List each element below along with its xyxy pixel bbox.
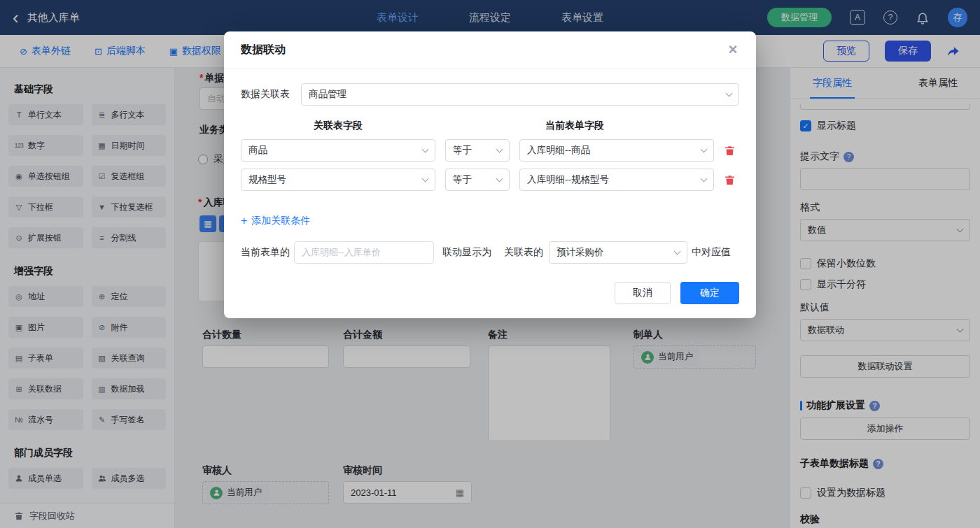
modal-title: 数据联动 — [241, 43, 286, 57]
modal-header: 数据联动 × — [224, 31, 756, 69]
current-form-field-input[interactable] — [294, 241, 434, 264]
delete-condition-icon[interactable] — [724, 174, 736, 186]
linkage-mapping-row: 当前表单的 联动显示为 关联表的 预计采购价 中对应值 — [241, 241, 739, 264]
chevron-down-icon — [674, 248, 681, 255]
close-icon[interactable]: × — [724, 40, 742, 59]
operator-select-1[interactable]: 等于 — [445, 169, 510, 191]
related-field-select-0[interactable]: 商品 — [241, 139, 435, 162]
related-table-label: 数据关联表 — [241, 88, 290, 101]
operator-value: 等于 — [453, 173, 472, 186]
operator-select-0[interactable]: 等于 — [445, 139, 510, 162]
related-table-row: 数据关联表 商品管理 — [241, 83, 739, 106]
modal-body: 数据关联表 商品管理 关联表字段 当前表单字段 商品 等于 — [224, 69, 756, 304]
modal-footer: 取消 确定 — [241, 282, 739, 304]
chevron-down-icon — [701, 146, 708, 153]
value-suffix-label: 中对应值 — [692, 246, 731, 259]
related-field-value: 规格型号 — [248, 173, 286, 186]
chevron-down-icon — [496, 146, 503, 153]
related-table-value: 商品管理 — [309, 88, 346, 101]
confirm-button[interactable]: 确定 — [680, 282, 739, 304]
operator-value: 等于 — [453, 144, 472, 157]
current-form-column-header: 当前表单字段 — [477, 120, 672, 132]
related-field-select-1[interactable]: 规格型号 — [241, 169, 435, 191]
form-field-value: 入库明细--规格型号 — [527, 173, 609, 186]
condition-row: 规格型号 等于 入库明细--规格型号 — [241, 169, 739, 191]
related-field-value: 商品 — [248, 144, 267, 157]
chevron-down-icon — [422, 146, 429, 153]
condition-row: 商品 等于 入库明细--商品 — [241, 139, 739, 162]
display-as-label: 联动显示为 — [442, 246, 491, 259]
add-condition-link[interactable]: + 添加关联条件 — [241, 215, 310, 227]
delete-condition-icon[interactable] — [724, 145, 736, 157]
add-condition-label: 添加关联条件 — [251, 215, 310, 227]
chevron-down-icon — [422, 176, 429, 183]
column-spacer — [435, 120, 477, 132]
related-table-prefix-label: 关联表的 — [504, 246, 543, 259]
related-field-column-header: 关联表字段 — [241, 120, 435, 132]
related-display-field-value: 预计采购价 — [556, 246, 604, 259]
form-field-value: 入库明细--商品 — [527, 144, 590, 157]
related-display-field-select[interactable]: 预计采购价 — [549, 241, 687, 264]
plus-icon: + — [241, 215, 247, 227]
form-field-select-1[interactable]: 入库明细--规格型号 — [519, 169, 714, 191]
current-form-prefix-label: 当前表单的 — [241, 246, 290, 259]
condition-column-headers: 关联表字段 当前表单字段 — [241, 120, 739, 132]
form-field-select-0[interactable]: 入库明细--商品 — [519, 139, 714, 162]
chevron-down-icon — [701, 176, 708, 183]
cancel-button[interactable]: 取消 — [615, 282, 671, 304]
chevron-down-icon — [726, 90, 733, 97]
chevron-down-icon — [496, 176, 503, 183]
related-table-select[interactable]: 商品管理 — [301, 83, 739, 106]
form-designer-app: ‹ 其他入库单 表单设计 流程设定 表单设置 数据管理 A ? 存 ⊘ 表单外链… — [0, 0, 980, 528]
data-linkage-modal: 数据联动 × 数据关联表 商品管理 关联表字段 当前表单字段 商品 — [224, 31, 756, 318]
